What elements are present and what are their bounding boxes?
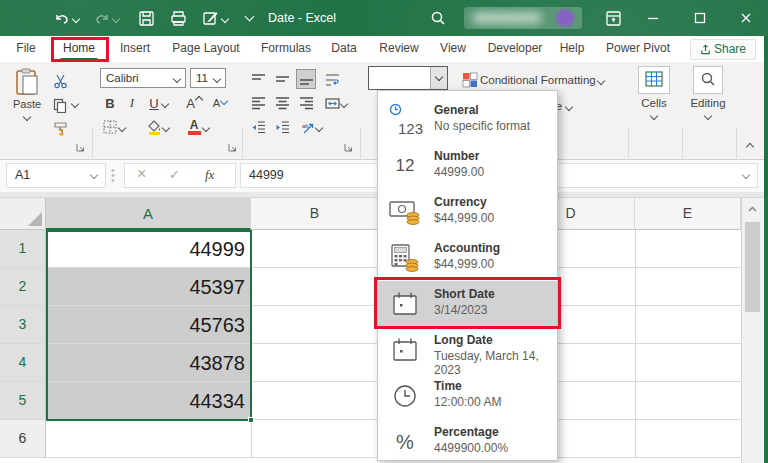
share-button[interactable]: Share xyxy=(690,39,756,60)
tab-view[interactable]: View xyxy=(432,36,474,62)
bold-button[interactable]: B xyxy=(100,93,120,113)
percentage-icon: % xyxy=(382,419,428,461)
select-all-corner[interactable] xyxy=(0,198,46,230)
cut-button[interactable] xyxy=(50,71,70,91)
excel-window: Date - Excel File Home Insert Page Layou… xyxy=(0,0,768,463)
top-align-button[interactable] xyxy=(248,69,268,89)
tab-file[interactable]: File xyxy=(8,36,44,62)
undo-icon[interactable] xyxy=(54,10,70,26)
tab-developer[interactable]: Developer xyxy=(480,36,550,62)
tab-review[interactable]: Review xyxy=(372,36,426,62)
paste-dropdown-icon[interactable] xyxy=(23,113,31,121)
tab-page-layout[interactable]: Page Layout xyxy=(165,36,247,62)
row-header-3[interactable]: 3 xyxy=(0,306,46,344)
increase-font-size-button[interactable]: A xyxy=(184,93,204,113)
decrease-font-size-button[interactable]: A xyxy=(210,93,230,113)
minimize-button[interactable] xyxy=(645,10,661,26)
name-box-value: A1 xyxy=(15,168,30,182)
column-header-B[interactable]: B xyxy=(251,198,379,230)
decrease-indent-button[interactable] xyxy=(248,117,268,137)
format-option-number[interactable]: 12 Number 44999.00 xyxy=(378,143,557,189)
align-center-button[interactable] xyxy=(272,93,292,113)
editing-label: Editing xyxy=(686,97,730,109)
editing-mode-icon[interactable] xyxy=(202,10,218,26)
select-all-triangle xyxy=(28,212,42,226)
editing-mode-dropdown-icon[interactable] xyxy=(221,15,229,23)
format-painter-button[interactable] xyxy=(50,118,70,138)
bottom-align-button[interactable] xyxy=(296,69,316,89)
tab-data[interactable]: Data xyxy=(323,36,365,62)
window-title: Date - Excel xyxy=(242,0,362,36)
fill-color-icon xyxy=(147,120,162,135)
font-name-combo[interactable]: Calibri xyxy=(100,68,186,88)
align-right-button[interactable] xyxy=(296,93,316,113)
svg-text:ab: ab xyxy=(302,123,309,129)
format-option-currency[interactable]: Currency $44,999.00 xyxy=(378,189,557,235)
tab-help[interactable]: Help xyxy=(552,36,592,62)
copy-button[interactable] xyxy=(50,95,70,115)
editing-dropdown-icon[interactable] xyxy=(704,112,712,120)
paste-button[interactable]: Paste xyxy=(6,68,48,122)
align-left-button[interactable] xyxy=(248,93,268,113)
number-format-dropdown-menu: 123 General No specific format 12 Number… xyxy=(377,90,558,461)
format-option-percentage[interactable]: % Percentage 4499900.00% xyxy=(378,419,557,461)
column-header-E[interactable]: E xyxy=(635,198,741,230)
font-dialog-launcher[interactable] xyxy=(228,142,238,152)
tab-power-pivot[interactable]: Power Pivot xyxy=(598,36,678,62)
format-option-accounting[interactable]: Accounting $44,999.00 xyxy=(378,235,557,281)
insert-function-icon[interactable]: fx xyxy=(205,167,214,183)
row-header-2[interactable]: 2 xyxy=(0,268,46,306)
format-option-long-date[interactable]: Long Date Tuesday, March 14, 2023 xyxy=(378,327,557,373)
format-option-general[interactable]: 123 General No specific format xyxy=(378,97,557,143)
number-format-combo[interactable] xyxy=(368,66,448,90)
format-option-time[interactable]: Time 12:00:00 AM xyxy=(378,373,557,419)
window-right-border xyxy=(764,36,768,463)
editing-button[interactable]: Editing xyxy=(686,66,730,121)
name-box[interactable]: A1 xyxy=(6,163,106,188)
tab-formulas[interactable]: Formulas xyxy=(255,36,317,62)
formula-bar-expand-icon[interactable] xyxy=(742,171,750,179)
cells-dropdown-icon[interactable] xyxy=(650,112,658,120)
cancel-icon[interactable]: × xyxy=(137,165,146,183)
save-icon[interactable] xyxy=(138,10,154,26)
quick-print-icon[interactable] xyxy=(170,10,186,26)
enter-icon[interactable]: ✓ xyxy=(169,167,180,182)
row-header-5[interactable]: 5 xyxy=(0,382,46,420)
increase-indent-button[interactable] xyxy=(272,117,292,137)
account-name-blurred[interactable] xyxy=(464,7,582,29)
ribbon-display-options-icon[interactable] xyxy=(605,10,621,26)
alignment-dialog-launcher[interactable] xyxy=(344,142,354,152)
row-header-6[interactable]: 6 xyxy=(0,420,46,458)
wrap-text-button[interactable] xyxy=(322,69,342,89)
middle-align-button[interactable] xyxy=(272,69,292,89)
format-option-short-date[interactable]: Short Date 3/14/2023 xyxy=(378,281,557,327)
clipboard-dialog-launcher[interactable] xyxy=(76,142,86,152)
tab-insert[interactable]: Insert xyxy=(112,36,158,62)
undo-dropdown-icon[interactable] xyxy=(72,15,80,23)
conditional-formatting-label[interactable]: Conditional Formatting xyxy=(480,74,596,86)
general-123-icon: 123 xyxy=(382,97,428,143)
scroll-up-icon[interactable] xyxy=(745,202,760,217)
maximize-button[interactable] xyxy=(692,10,708,26)
conditional-formatting-dropdown-icon[interactable] xyxy=(597,77,605,85)
fill-handle[interactable] xyxy=(248,417,254,423)
formula-bar-splitter[interactable]: ••• xyxy=(111,168,115,183)
close-button[interactable] xyxy=(738,10,754,26)
font-size-combo[interactable]: 11 xyxy=(190,68,226,88)
collapse-ribbon-icon[interactable] xyxy=(746,143,754,151)
italic-button[interactable]: I xyxy=(122,93,142,113)
vertical-scrollbar[interactable] xyxy=(741,198,763,463)
search-icon[interactable] xyxy=(430,10,446,26)
number-format-dropdown-button[interactable] xyxy=(430,67,447,89)
row-header-4[interactable]: 4 xyxy=(0,344,46,382)
font-name-value: Calibri xyxy=(106,72,139,84)
column-header-A[interactable]: A xyxy=(46,198,251,230)
number-12-icon: 12 xyxy=(382,143,428,189)
font-size-value: 11 xyxy=(196,72,208,84)
format-as-table-dropdown-icon[interactable] xyxy=(565,103,573,111)
cells-button[interactable]: Cells xyxy=(632,66,676,121)
copy-dropdown-icon[interactable] xyxy=(71,100,79,108)
row-header-1[interactable]: 1 xyxy=(0,230,46,268)
name-box-dropdown-icon[interactable] xyxy=(90,171,98,179)
scrollbar-thumb[interactable] xyxy=(745,222,760,312)
